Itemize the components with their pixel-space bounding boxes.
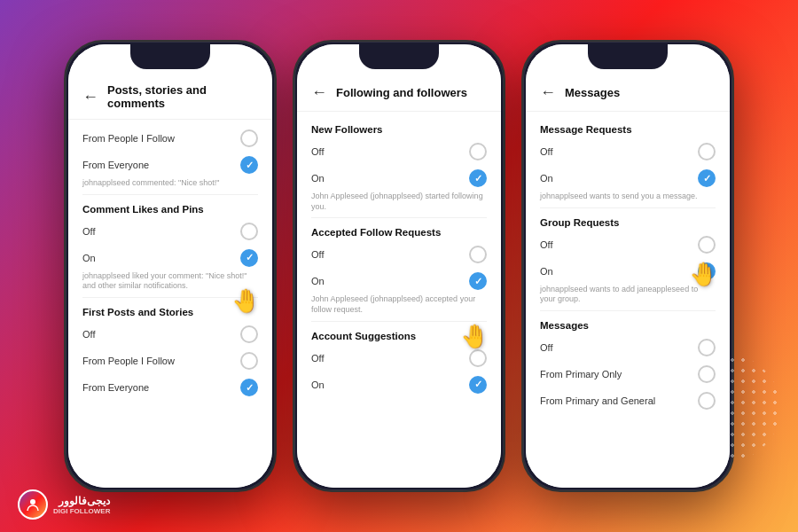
radio-posts-off[interactable] xyxy=(240,325,258,343)
radio-posts-people[interactable] xyxy=(240,352,258,370)
logo-english: DIGI FOLLOWER xyxy=(53,507,110,515)
setting-nf-off[interactable]: Off xyxy=(297,138,501,165)
label-as-on: On xyxy=(311,379,325,390)
radio-primary-only[interactable] xyxy=(698,365,716,383)
screen-title-3: Messages xyxy=(565,86,620,99)
radio-afr-on[interactable] xyxy=(469,272,487,290)
radio-mr-on[interactable] xyxy=(698,169,716,187)
hand-cursor-3: 🤚 xyxy=(689,261,717,288)
section-new-followers: New Followers xyxy=(297,117,501,138)
screen-header-2: ← Following and followers xyxy=(297,76,501,112)
radio-from-everyone[interactable] xyxy=(240,156,258,174)
notch-3 xyxy=(588,44,668,69)
label-mr-on: On xyxy=(540,173,553,184)
setting-comment-on[interactable]: On xyxy=(68,245,272,271)
radio-as-on[interactable] xyxy=(469,376,487,394)
label-afr-off: Off xyxy=(311,249,324,260)
radio-mr-off[interactable] xyxy=(698,143,716,160)
section-comment-likes: Comment Likes and Pins xyxy=(68,197,272,218)
label-comment-on: On xyxy=(82,253,96,263)
logo-icon xyxy=(18,489,48,520)
screen-header-1: ← Posts, stories and comments xyxy=(68,76,272,120)
back-arrow-1[interactable]: ← xyxy=(82,88,98,106)
logo-text-block: دیجی‌فالوور DIGI FOLLOWER xyxy=(53,495,110,515)
setting-gr-off[interactable]: Off xyxy=(526,231,730,258)
settings-list-2: New Followers Off On John Appleseed (joh… xyxy=(297,112,501,403)
radio-nf-off[interactable] xyxy=(469,143,487,160)
notch-1 xyxy=(130,44,210,69)
notch-2 xyxy=(359,44,439,69)
back-arrow-3[interactable]: ← xyxy=(540,83,556,102)
radio-posts-everyone[interactable] xyxy=(240,379,258,396)
setting-mr-off[interactable]: Off xyxy=(526,138,730,165)
radio-nf-on[interactable] xyxy=(469,169,487,187)
setting-posts-off[interactable]: Off xyxy=(68,321,272,348)
setting-afr-on[interactable]: On xyxy=(297,268,501,294)
logo-persian: دیجی‌فالوور xyxy=(53,495,110,507)
setting-afr-off[interactable]: Off xyxy=(297,241,501,268)
phone-1: ← Posts, stories and comments From Peopl… xyxy=(64,40,277,492)
hand-cursor-1: 🤚 xyxy=(231,287,260,315)
label-nf-off: Off xyxy=(311,146,324,157)
divider-4 xyxy=(311,321,487,322)
label-comment-off: Off xyxy=(82,226,95,237)
label-posts-off: Off xyxy=(82,329,95,340)
label-posts-everyone: From Everyone xyxy=(82,382,149,393)
section-message-requests: Message Requests xyxy=(526,117,730,138)
radio-afr-off[interactable] xyxy=(469,246,487,263)
radio-gr-off[interactable] xyxy=(698,236,716,254)
phone-2: ← Following and followers New Followers … xyxy=(293,40,505,492)
sublabel-1: johnapplseed commented: "Nice shot!" xyxy=(68,178,272,192)
back-arrow-2[interactable]: ← xyxy=(311,83,327,102)
setting-as-on[interactable]: On xyxy=(297,372,501,398)
setting-posts-people[interactable]: From People I Follow xyxy=(68,348,272,374)
label-from-everyone: From Everyone xyxy=(82,160,149,170)
label-afr-on: On xyxy=(311,276,325,286)
phone-3: ← Messages Message Requests Off On johna… xyxy=(521,40,734,492)
screen-header-3: ← Messages xyxy=(526,76,730,112)
label-primary-only: From Primary Only xyxy=(540,369,622,379)
setting-msg-off[interactable]: Off xyxy=(526,334,730,361)
radio-comment-on[interactable] xyxy=(240,249,258,267)
setting-posts-everyone[interactable]: From Everyone xyxy=(68,374,272,401)
radio-primary-general[interactable] xyxy=(698,392,716,410)
setting-comment-off[interactable]: Off xyxy=(68,218,272,245)
screen-title-2: Following and followers xyxy=(336,86,467,99)
radio-msg-off[interactable] xyxy=(698,339,716,356)
radio-comment-off[interactable] xyxy=(240,223,258,240)
label-posts-people: From People I Follow xyxy=(82,356,175,366)
logo-container: دیجی‌فالوور DIGI FOLLOWER xyxy=(18,489,110,520)
sublabel-afr: John Appleseed (johnapplseed) accepted y… xyxy=(297,294,501,318)
label-mr-off: Off xyxy=(540,146,552,157)
screen-title-1: Posts, stories and comments xyxy=(107,83,258,110)
label-gr-on: On xyxy=(540,266,553,277)
svg-point-0 xyxy=(30,499,35,505)
label-primary-general: From Primary and General xyxy=(540,395,655,406)
divider-5 xyxy=(540,207,716,208)
label-as-off: Off xyxy=(311,353,324,364)
section-messages: Messages xyxy=(526,313,730,334)
setting-from-people[interactable]: From People I Follow xyxy=(68,125,272,152)
setting-primary-general[interactable]: From Primary and General xyxy=(526,387,730,414)
label-nf-on: On xyxy=(311,173,325,184)
label-msg-off: Off xyxy=(540,342,552,353)
setting-from-everyone[interactable]: From Everyone xyxy=(68,152,272,178)
setting-mr-on[interactable]: On xyxy=(526,165,730,192)
phones-container: ← Posts, stories and comments From Peopl… xyxy=(0,0,798,532)
setting-nf-on[interactable]: On xyxy=(297,165,501,192)
radio-from-people[interactable] xyxy=(240,129,258,147)
section-accepted: Accepted Follow Requests xyxy=(297,220,501,241)
settings-list-1: From People I Follow From Everyone johna… xyxy=(68,120,272,406)
divider-1 xyxy=(82,194,258,195)
hand-cursor-2: 🤚 xyxy=(460,323,489,350)
sublabel-mr: johnapplseed wants to send you a message… xyxy=(526,192,730,206)
divider-6 xyxy=(540,310,716,311)
label-from-people: From People I Follow xyxy=(82,133,175,144)
divider-3 xyxy=(311,217,487,218)
setting-primary-only[interactable]: From Primary Only xyxy=(526,361,730,387)
section-group-requests: Group Requests xyxy=(526,210,730,231)
radio-as-off[interactable] xyxy=(469,349,487,367)
logo-svg xyxy=(25,497,41,512)
sublabel-nf: John Appleseed (johnapplseed) started fo… xyxy=(297,192,501,215)
label-gr-off: Off xyxy=(540,239,552,250)
